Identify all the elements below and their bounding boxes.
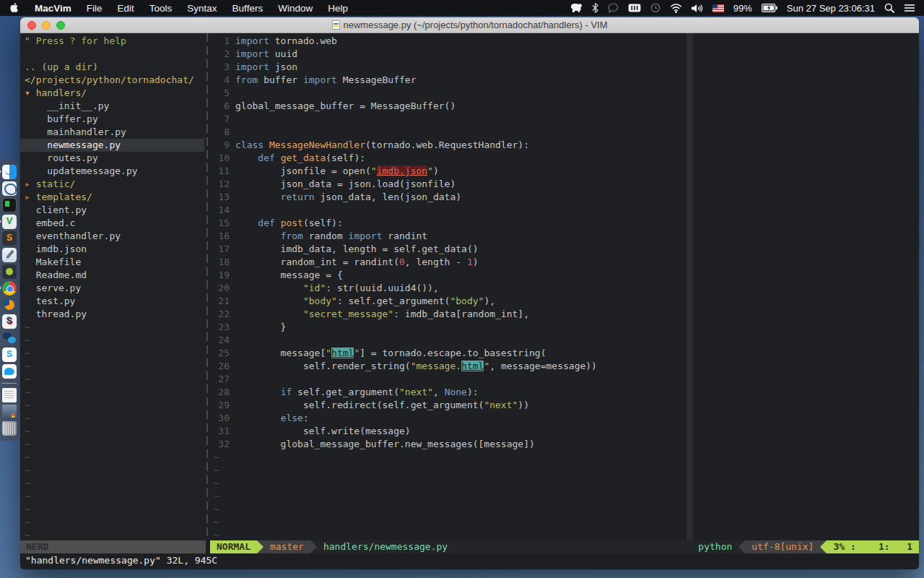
tree-file-eventhandlerpy[interactable]: eventhandler.py <box>20 230 204 243</box>
menu-item-macvim[interactable]: MacVim <box>35 3 71 14</box>
code-line-31[interactable]: 31 self.write(message) <box>210 425 919 438</box>
code-line-24[interactable]: 24 <box>210 334 919 347</box>
tree-file-testpy[interactable]: test.py <box>20 295 204 308</box>
code-line-1[interactable]: 1import tornado.web <box>210 35 919 48</box>
code-line-9[interactable]: 9class MessageNewHandler(tornado.web.Req… <box>210 139 919 152</box>
time-machine-icon[interactable] <box>650 3 661 13</box>
code-line-32[interactable]: 32 global_message_buffer.new_messages([m… <box>210 438 919 451</box>
dock-item-postgresql[interactable] <box>2 181 17 196</box>
code-line-6[interactable]: 6global_message_buffer = MessageBuffer() <box>210 100 919 113</box>
tree-file-threadpy[interactable]: thread.py <box>20 308 204 321</box>
tree-root-path[interactable]: .. (up a dir) <box>20 61 204 74</box>
dock-item-android-studio[interactable] <box>2 264 17 279</box>
tree-file-bufferpy[interactable]: buffer.py <box>20 113 204 126</box>
battery-icon[interactable] <box>762 4 777 12</box>
code-line-28[interactable]: 28 if self.get_argument("next", None): <box>210 386 919 399</box>
menu-item-help[interactable]: Help <box>328 3 348 14</box>
vertical-split-separator[interactable] <box>204 33 210 540</box>
chat-bubble-icon[interactable] <box>608 3 619 13</box>
notification-center-icon[interactable] <box>904 4 915 12</box>
dock-item-skype[interactable] <box>2 348 17 362</box>
menu-item-buffers[interactable]: Buffers <box>232 3 263 14</box>
tree-file-imdbjson[interactable]: imdb.json <box>20 243 204 256</box>
tree-file-Makefile[interactable]: Makefile <box>20 256 204 269</box>
chevron-down-icon[interactable]: ▾ <box>25 87 36 98</box>
tree-dir-handlers[interactable]: ▾ handlers/ <box>20 87 204 100</box>
code-line-7[interactable]: 7 <box>210 113 919 126</box>
window-titlebar[interactable]: newmessage.py (~/projects/python/tornado… <box>20 17 919 33</box>
tree-file-routespy[interactable]: routes.py <box>20 152 204 165</box>
tree-file-mainhandlerpy[interactable]: mainhandler.py <box>20 126 204 139</box>
tree-file-__init__py[interactable]: __init__.py <box>20 100 204 113</box>
dock-item-twitter[interactable] <box>2 364 17 379</box>
dock-item-macvim[interactable] <box>2 215 17 229</box>
tree-file-Readmemd[interactable]: Readme.md <box>20 269 204 282</box>
keyboard-panel-icon[interactable] <box>628 4 641 12</box>
tree-dir-templates[interactable]: ▸ templates/ <box>20 191 204 204</box>
wifi-icon[interactable] <box>670 4 682 13</box>
bluetooth-icon[interactable] <box>592 3 598 13</box>
tree-dir-static[interactable]: ▸ static/ <box>20 178 204 191</box>
dock-item-chat-app[interactable] <box>2 331 17 345</box>
dock-item-xcode[interactable] <box>2 248 17 262</box>
editor-pane[interactable]: 1import tornado.web2import uuid3import j… <box>210 33 919 540</box>
dock-item-terminal[interactable] <box>2 198 17 212</box>
code-line-11[interactable]: 11 jsonfile = open("imdb.json") <box>210 165 919 178</box>
code-line-2[interactable]: 2import uuid <box>210 48 919 61</box>
code-line-17[interactable]: 17 imdb_data, length = self.get_data() <box>210 243 919 256</box>
code-line-14[interactable]: 14 <box>210 204 919 217</box>
tree-file-clientpy[interactable]: client.py <box>20 204 204 217</box>
menu-item-window[interactable]: Window <box>278 3 313 14</box>
tree-root-path[interactable]: </projects/python/tornadochat/ <box>20 74 204 87</box>
tree-file-servepy[interactable]: serve.py <box>20 282 204 295</box>
code-line-29[interactable]: 29 self.redirect(self.get_argument("next… <box>210 399 919 412</box>
menu-item-tools[interactable]: Tools <box>149 3 173 14</box>
code-line-23[interactable]: 23 } <box>210 321 919 334</box>
nerdtree-pane[interactable]: " Press ? for help.. (up a dir)</project… <box>20 33 204 540</box>
tree-file-newmessagepy[interactable]: newmessage.py <box>20 139 204 152</box>
dock-item-sublime-text[interactable] <box>2 231 17 246</box>
spotlight-icon[interactable] <box>884 3 894 13</box>
tree-file-updatemessagepy[interactable]: updatemessage.py <box>20 165 204 178</box>
code-line-30[interactable]: 30 else: <box>210 412 919 425</box>
menu-item-file[interactable]: File <box>87 3 103 14</box>
document-proxy-icon[interactable] <box>332 20 340 30</box>
dock-item-finder[interactable] <box>2 165 17 179</box>
dock-item-trash[interactable] <box>2 421 17 436</box>
code-line-27[interactable]: 27 <box>210 373 919 386</box>
code-line-18[interactable]: 18 random_int = randint(0, length - 1) <box>210 256 919 269</box>
code-line-15[interactable]: 15 def post(self): <box>210 217 919 230</box>
dock-item-chrome[interactable] <box>2 281 17 296</box>
code-line-16[interactable]: 16 from random import randint <box>210 230 919 243</box>
menu-item-syntax[interactable]: Syntax <box>187 3 217 14</box>
zoom-button[interactable] <box>56 21 65 30</box>
code-line-22[interactable]: 22 "secret_message": imdb_data[random_in… <box>210 308 919 321</box>
us-flag-icon[interactable] <box>712 4 724 12</box>
code-line-5[interactable]: 5 <box>210 87 919 100</box>
code-line-13[interactable]: 13 return json_data, len(json_data) <box>210 191 919 204</box>
dock-item-firefox[interactable] <box>2 298 17 312</box>
menu-bar-clock[interactable]: Sun 27 Sep 23:06:31 <box>787 3 875 14</box>
dock-item-screenshots-stack[interactable] <box>2 405 17 419</box>
code-line-3[interactable]: 3import json <box>210 61 919 74</box>
dock-item-slack[interactable] <box>2 314 17 329</box>
code-line-8[interactable]: 8 <box>210 126 919 139</box>
code-line-21[interactable]: 21 "body": self.get_argument("body"), <box>210 295 919 308</box>
volume-icon[interactable] <box>692 4 703 13</box>
code-line-4[interactable]: 4from buffer import MessageBuffer <box>210 74 919 87</box>
code-line-25[interactable]: 25 message["html"] = tornado.escape.to_b… <box>210 347 919 360</box>
code-line-20[interactable]: 20 "id": str(uuid.uuid4()), <box>210 282 919 295</box>
chevron-right-icon[interactable]: ▸ <box>25 191 36 202</box>
apple-menu-icon[interactable] <box>10 3 19 14</box>
minimize-button[interactable] <box>42 21 51 30</box>
animal-silhouette-icon[interactable] <box>570 3 583 13</box>
close-button[interactable] <box>27 21 36 30</box>
code-line-26[interactable]: 26 self.render_string("message.html", me… <box>210 360 919 373</box>
code-line-10[interactable]: 10 def get_data(self): <box>210 152 919 165</box>
code-line-12[interactable]: 12 json_data = json.load(jsonfile) <box>210 178 919 191</box>
tree-file-embedc[interactable]: embed.c <box>20 217 204 230</box>
chevron-right-icon[interactable]: ▸ <box>25 178 36 189</box>
menu-item-edit[interactable]: Edit <box>118 3 134 14</box>
dock-item-documents-stack[interactable] <box>2 388 17 402</box>
code-line-19[interactable]: 19 message = { <box>210 269 919 282</box>
